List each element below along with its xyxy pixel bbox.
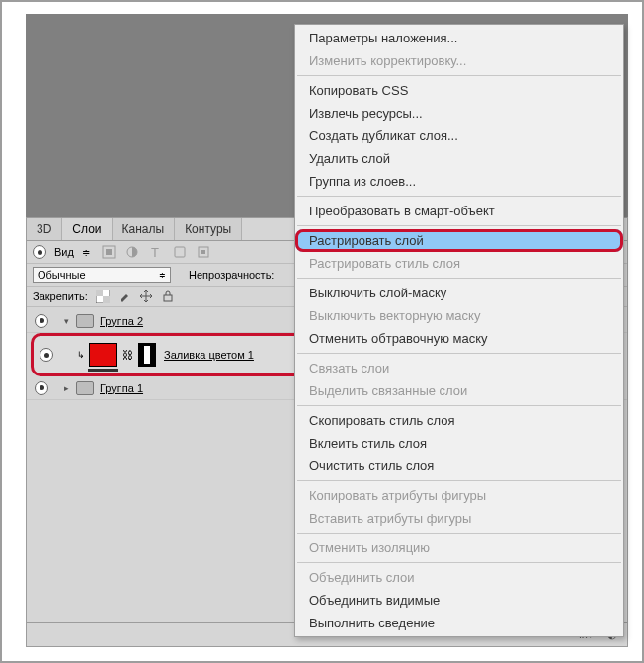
lock-position-icon[interactable]	[139, 290, 153, 303]
menu-paste-shape-attr: Вставить атрибуты фигуры	[295, 507, 623, 530]
menu-merge-layers: Объединить слои	[295, 566, 623, 589]
svg-text:T: T	[151, 245, 159, 259]
layer-label: Заливка цветом 1	[164, 349, 254, 361]
menu-rasterize-style: Растрировать стиль слоя	[295, 252, 623, 275]
menu-copy-style[interactable]: Скопировать стиль слоя	[295, 409, 623, 432]
menu-convert-smart[interactable]: Преобразовать в смарт-объект	[295, 200, 623, 222]
menu-flatten[interactable]: Выполнить сведение	[295, 612, 623, 634]
menu-disable-vector-mask: Выключить векторную маску	[295, 304, 623, 327]
lock-all-icon[interactable]	[161, 290, 175, 303]
filter-icons: T	[102, 245, 210, 259]
svg-rect-1	[106, 249, 112, 255]
layer-label: Группа 2	[100, 315, 143, 327]
blend-mode-dropdown[interactable]: Обычные ≑	[33, 267, 171, 283]
expand-arrow-icon[interactable]: ▸	[64, 383, 76, 393]
visibility-toggle-icon[interactable]	[40, 348, 53, 362]
filter-adjustment-icon[interactable]	[125, 245, 139, 259]
filter-kind-label: Вид	[54, 246, 74, 258]
menu-release-iso: Отменить изоляцию	[295, 537, 623, 559]
menu-copy-css[interactable]: Копировать CSS	[295, 79, 623, 102]
menu-duplicate-layer[interactable]: Создать дубликат слоя...	[295, 124, 623, 147]
menu-release-clip[interactable]: Отменить обтравочную маску	[295, 327, 623, 350]
tab-layers[interactable]: Слои	[62, 218, 112, 240]
menu-clear-style[interactable]: Очистить стиль слоя	[295, 455, 623, 477]
expand-arrow-icon[interactable]: ▾	[64, 316, 76, 326]
menu-disable-mask[interactable]: Выключить слой-маску	[295, 282, 623, 304]
filter-smart-icon[interactable]	[197, 245, 210, 259]
menu-group-from-layers[interactable]: Группа из слоев...	[295, 170, 623, 193]
svg-rect-8	[96, 290, 103, 296]
mask-link-icon[interactable]: ⛓	[121, 349, 134, 361]
menu-rasterize-layer[interactable]: Растрировать слой	[295, 229, 623, 252]
filter-text-icon[interactable]: T	[149, 245, 163, 259]
svg-rect-10	[164, 295, 172, 301]
tab-3d[interactable]: 3D	[27, 218, 62, 240]
menu-extract-assets[interactable]: Извлечь ресурсы...	[295, 102, 623, 124]
menu-select-linked: Выделить связанные слои	[295, 379, 623, 402]
menu-delete-layer[interactable]: Удалить слой	[295, 147, 623, 170]
clip-indicator-icon: ↳	[77, 350, 89, 360]
layer-mask-thumbnail[interactable]	[138, 343, 156, 367]
blend-mode-value: Обычные	[38, 269, 86, 281]
tab-paths[interactable]: Контуры	[175, 218, 242, 240]
menu-link-layers: Связать слои	[295, 357, 623, 379]
svg-rect-6	[201, 250, 205, 254]
menu-copy-shape-attr: Копировать атрибуты фигуры	[295, 484, 623, 507]
filter-shape-icon[interactable]	[173, 245, 187, 259]
svg-rect-9	[103, 296, 110, 303]
filter-pixel-icon[interactable]	[102, 245, 116, 259]
menu-edit-adjustment: Изменить корректировку...	[295, 49, 623, 72]
visibility-toggle-icon[interactable]	[35, 314, 48, 328]
menu-blending-options[interactable]: Параметры наложения...	[295, 27, 623, 49]
filter-dropdown-caret[interactable]: ≑	[82, 247, 90, 258]
svg-rect-4	[175, 247, 185, 257]
menu-merge-visible[interactable]: Объединить видимые	[295, 589, 623, 612]
filter-kind-icon[interactable]	[33, 245, 46, 259]
layer-label: Группа 1	[100, 382, 143, 394]
lock-label: Закрепить:	[33, 290, 88, 302]
opacity-control[interactable]: Непрозрачность:	[189, 269, 274, 281]
lock-paint-icon[interactable]	[118, 290, 131, 303]
folder-icon	[76, 381, 94, 395]
fill-thumbnail[interactable]	[89, 343, 117, 367]
caret-icon: ≑	[159, 271, 166, 280]
lock-transparent-icon[interactable]	[96, 290, 110, 303]
visibility-toggle-icon[interactable]	[35, 381, 48, 395]
opacity-label: Непрозрачность:	[189, 269, 274, 281]
layer-context-menu: Параметры наложения... Изменить корректи…	[294, 24, 624, 637]
folder-icon	[76, 314, 94, 328]
tab-channels[interactable]: Каналы	[113, 218, 176, 240]
menu-paste-style[interactable]: Вклеить стиль слоя	[295, 432, 623, 455]
